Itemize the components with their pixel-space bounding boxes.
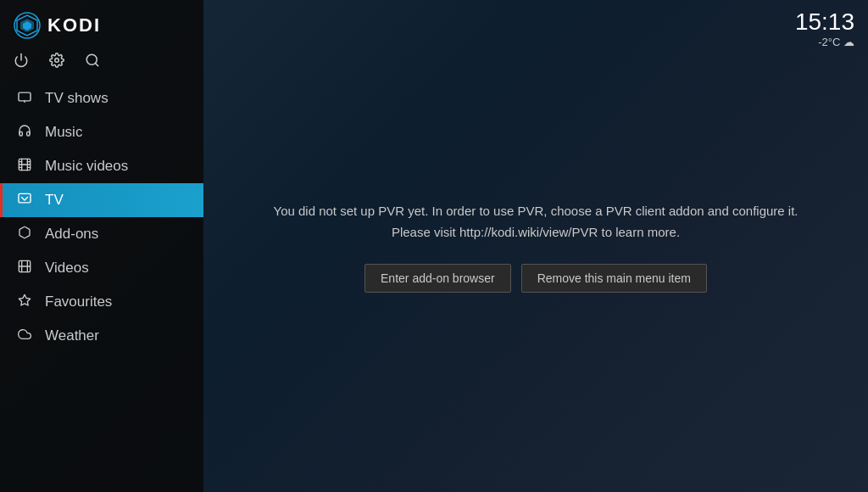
sidebar-item-addons[interactable]: Add-ons	[0, 217, 203, 251]
music-videos-icon	[16, 158, 33, 175]
pvr-message-line1: You did not set up PVR yet. In order to …	[274, 204, 798, 218]
enter-addon-browser-button[interactable]: Enter add-on browser	[364, 264, 511, 293]
settings-icon[interactable]	[49, 53, 64, 68]
sidebar-item-music-videos[interactable]: Music videos	[0, 149, 203, 183]
svg-point-5	[55, 59, 59, 63]
videos-label: Videos	[45, 260, 190, 277]
sidebar-item-favourites[interactable]: Favourites	[0, 285, 203, 319]
svg-rect-19	[19, 193, 31, 203]
sidebar-icon-row	[0, 48, 203, 78]
music-label: Music	[45, 124, 190, 141]
main-content: 15:13 -2°C ☁ You did not set up PVR yet.…	[203, 0, 868, 492]
search-icon[interactable]	[85, 53, 100, 68]
power-icon[interactable]	[14, 53, 29, 68]
sidebar: KODI	[0, 0, 203, 492]
sidebar-item-weather[interactable]: Weather	[0, 319, 203, 353]
music-icon	[16, 124, 33, 141]
tv-shows-label: TV shows	[45, 90, 190, 107]
tv-icon	[16, 193, 33, 208]
videos-icon	[16, 260, 33, 277]
sidebar-item-videos[interactable]: Videos	[0, 251, 203, 285]
svg-line-7	[95, 63, 97, 65]
addons-icon	[16, 226, 33, 243]
tv-label: TV	[45, 192, 190, 209]
sidebar-item-music[interactable]: Music	[0, 115, 203, 149]
pvr-message-line2: Please visit http://kodi.wiki/view/PVR t…	[392, 225, 680, 239]
sidebar-item-tv[interactable]: TV	[0, 183, 203, 217]
weather-label: Weather	[45, 327, 190, 344]
favourites-icon	[16, 294, 33, 310]
remove-main-menu-item-button[interactable]: Remove this main menu item	[521, 264, 707, 293]
pvr-message: You did not set up PVR yet. In order to …	[274, 200, 798, 243]
weather-icon	[16, 327, 33, 344]
tv-shows-icon	[16, 91, 33, 106]
sidebar-item-tv-shows[interactable]: TV shows	[0, 81, 203, 115]
screen: KODI	[0, 0, 868, 492]
music-videos-label: Music videos	[45, 158, 190, 175]
favourites-label: Favourites	[45, 294, 190, 310]
svg-rect-8	[19, 92, 31, 101]
app-title: KODI	[47, 14, 101, 36]
kodi-logo-icon	[14, 12, 41, 39]
clock-time: 15:13	[795, 10, 854, 34]
addons-label: Add-ons	[45, 226, 190, 243]
svg-marker-24	[19, 294, 30, 305]
sidebar-header: KODI	[0, 0, 203, 48]
clock-area: 15:13 -2°C ☁	[795, 10, 854, 48]
sidebar-nav: TV shows Music	[0, 78, 203, 492]
pvr-buttons: Enter add-on browser Remove this main me…	[364, 264, 707, 293]
clock-weather: -2°C ☁	[795, 36, 854, 48]
